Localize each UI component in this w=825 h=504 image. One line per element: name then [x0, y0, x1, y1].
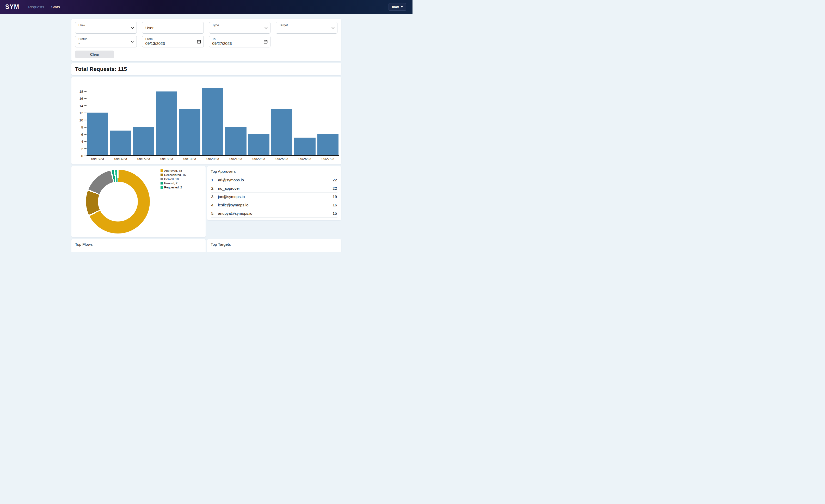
top-approvers-list: 1.ari@symops.io222.no_approver223.jon@sy…	[211, 175, 338, 218]
clear-button[interactable]: Clear	[75, 51, 114, 58]
navbar: SYM Requests Stats max	[0, 0, 412, 14]
x-axis-label: 09/25/23	[271, 157, 292, 161]
from-date-input[interactable]: From 09/13/2023	[142, 36, 204, 48]
x-axis-label: 09/22/23	[248, 157, 270, 161]
total-requests-title: Total Requests: 115	[75, 66, 338, 72]
tick-mark	[84, 134, 86, 135]
from-label: From	[145, 37, 196, 41]
y-axis-tick: 12	[79, 111, 86, 115]
bar-chart-plot	[86, 87, 339, 156]
lower-grid: Approved, 78Deescalated, 15Denied, 18Err…	[71, 166, 341, 252]
caret-down-icon	[401, 6, 403, 8]
x-axis-label: 09/13/23	[87, 157, 108, 161]
target-value: -	[279, 27, 329, 32]
approver-count: 19	[332, 195, 337, 199]
y-axis-tick: 14	[79, 104, 86, 107]
status-select[interactable]: Status -	[75, 36, 137, 48]
approver-row: 4.leslie@symops.io16	[211, 201, 338, 209]
flow-select[interactable]: Flow -	[75, 22, 137, 33]
total-requests-card: Total Requests: 115	[71, 63, 341, 75]
legend-label: Denied, 18	[164, 177, 179, 181]
bar-09/21/23	[225, 127, 246, 155]
calendar-icon[interactable]	[197, 40, 201, 44]
user-menu-label: max	[392, 5, 399, 9]
bar-09/14/23	[110, 131, 131, 155]
tick-mark	[84, 141, 86, 142]
approver-rank: 4.	[211, 203, 218, 207]
legend-label: Deescalated, 15	[164, 173, 186, 176]
nav-item-requests[interactable]: Requests	[28, 5, 44, 9]
x-axis-label: 09/19/23	[179, 157, 200, 161]
approver-rank: 1.	[211, 178, 218, 182]
approver-rank: 2.	[211, 186, 218, 191]
bar-chart-plot-area: 09/13/2309/14/2309/15/2309/18/2309/19/23…	[86, 87, 339, 161]
approver-name: leslie@symops.io	[218, 203, 333, 207]
legend-swatch	[160, 178, 163, 181]
type-select[interactable]: Type -	[209, 22, 271, 33]
calendar-icon[interactable]	[264, 40, 268, 44]
user-input[interactable]	[145, 22, 196, 33]
bar-09/22/23	[248, 134, 270, 155]
x-axis-label: 09/18/23	[156, 157, 177, 161]
from-value: 09/13/2023	[145, 41, 196, 46]
chevron-down-icon	[131, 41, 134, 43]
x-axis-label: 09/21/23	[225, 157, 246, 161]
approver-row: 3.jon@symops.io19	[211, 193, 338, 201]
approver-name: no_approver	[218, 186, 333, 191]
type-value: -	[212, 27, 262, 32]
requests-bar-chart-card: 024681012141618 09/13/2309/14/2309/15/23…	[71, 77, 341, 164]
approver-name: anupya@symops.io	[218, 211, 333, 216]
legend-swatch	[160, 169, 163, 172]
requests-bar-chart: 024681012141618 09/13/2309/14/2309/15/23…	[75, 87, 339, 161]
nav-item-stats[interactable]: Stats	[51, 5, 60, 9]
bar-09/15/23	[133, 127, 154, 155]
top-targets-card: Top Targets	[207, 239, 342, 252]
to-date-input[interactable]: To 09/27/2023	[209, 36, 271, 48]
filters-grid: Flow - Type - Target -	[75, 22, 338, 48]
legend-swatch	[160, 186, 163, 189]
approver-count: 16	[332, 203, 337, 207]
chevron-down-icon	[265, 27, 268, 29]
chevron-down-icon	[331, 27, 334, 29]
user-menu-button[interactable]: max	[388, 3, 406, 11]
flow-value: -	[78, 27, 129, 32]
x-axis-label: 09/26/23	[294, 157, 315, 161]
approver-name: ari@symops.io	[218, 178, 333, 182]
legend-item-approved[interactable]: Approved, 78	[160, 169, 186, 172]
filters-card: Flow - Type - Target -	[71, 19, 341, 61]
approver-rank: 3.	[211, 195, 218, 199]
bar-09/13/23	[87, 113, 108, 155]
to-label: To	[212, 37, 262, 41]
bar-09/18/23	[156, 91, 177, 155]
legend-item-denied[interactable]: Denied, 18	[160, 177, 186, 181]
bar-chart-y-axis: 024681012141618	[75, 87, 86, 156]
approver-row: 2.no_approver22	[211, 184, 338, 193]
tick-mark	[84, 120, 86, 121]
legend-item-deescalated[interactable]: Deescalated, 15	[160, 173, 186, 176]
tick-mark	[84, 113, 86, 113]
y-axis-tick: 18	[79, 89, 86, 93]
legend-label: Approved, 78	[164, 169, 182, 172]
top-flows-title: Top Flows	[75, 242, 202, 246]
tick-mark	[84, 127, 86, 128]
bar-chart-x-axis: 09/13/2309/14/2309/15/2309/18/2309/19/23…	[86, 157, 339, 161]
status-donut-chart	[86, 170, 150, 233]
bar-09/20/23	[202, 88, 223, 155]
legend-swatch	[160, 182, 163, 185]
approver-row: 5.anupya@symops.io15	[211, 209, 338, 218]
x-axis-label: 09/27/23	[317, 157, 339, 161]
top-targets-title: Top Targets	[211, 242, 338, 246]
legend-label: Errored, 2	[164, 182, 177, 185]
legend-label: Requested, 2	[164, 186, 182, 189]
legend-swatch	[160, 173, 163, 176]
top-approvers-card: Top Approvers 1.ari@symops.io222.no_appr…	[207, 166, 342, 220]
legend-item-errored[interactable]: Errored, 2	[160, 182, 186, 185]
sym-logo[interactable]: SYM	[5, 3, 19, 10]
legend-item-requested[interactable]: Requested, 2	[160, 186, 186, 189]
user-field[interactable]	[142, 22, 204, 33]
target-select[interactable]: Target -	[276, 22, 338, 33]
approver-count: 15	[332, 211, 337, 216]
y-axis-tick: 8	[81, 125, 86, 129]
bar-09/26/23	[294, 138, 315, 155]
y-axis-tick: 10	[79, 118, 86, 122]
